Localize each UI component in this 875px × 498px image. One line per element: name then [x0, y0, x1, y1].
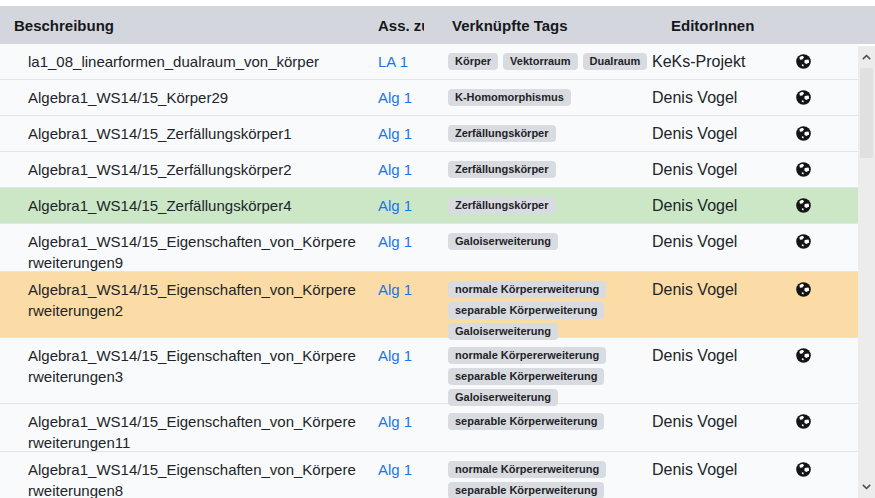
row-description: Algebra1_WS14/15_Zerfällungskörper1 — [0, 116, 366, 144]
assignment-link[interactable]: Alg 1 — [378, 161, 412, 178]
chevron-up-icon[interactable] — [858, 49, 875, 66]
column-header-beschreibung: Beschreibung — [0, 17, 366, 34]
tag-badge: Zerfällungskörper — [448, 197, 556, 214]
table-row[interactable]: Algebra1_WS14/15_Eigenschaften_von_Körpe… — [0, 404, 858, 452]
scrollbar-thumb[interactable] — [860, 68, 873, 158]
assignment-link[interactable]: Alg 1 — [378, 461, 412, 478]
tag-list: separable Körperweiterung — [448, 413, 625, 430]
icon-cell — [775, 44, 858, 75]
assignment-link[interactable]: Alg 1 — [378, 281, 412, 298]
icon-cell — [775, 80, 858, 111]
globe-icon — [795, 125, 812, 142]
tag-badge: normale Körpererweiterung — [448, 347, 606, 364]
tag-badge: Zerfällungskörper — [448, 161, 556, 178]
assignment-link[interactable]: Alg 1 — [378, 125, 412, 142]
icon-cell — [775, 152, 858, 183]
editors: Denis Vogel — [625, 452, 775, 480]
column-header-editorinnen: EditorInnen — [625, 17, 775, 34]
assignment-cell: Alg 1 — [366, 272, 424, 300]
table-row[interactable]: Algebra1_WS14/15_Zerfällungskörper2 Alg … — [0, 152, 858, 188]
table-row[interactable]: Algebra1_WS14/15_Eigenschaften_von_Körpe… — [0, 224, 858, 272]
assignment-cell: Alg 1 — [366, 452, 424, 480]
row-description: Algebra1_WS14/15_Eigenschaften_von_Körpe… — [0, 452, 366, 498]
row-description: Algebra1_WS14/15_Eigenschaften_von_Körpe… — [0, 224, 366, 273]
assignment-link[interactable]: Alg 1 — [378, 413, 412, 430]
editors: Denis Vogel — [625, 224, 775, 252]
editors: Denis Vogel — [625, 80, 775, 108]
icon-cell — [775, 404, 858, 435]
icon-cell — [775, 188, 858, 219]
assignment-link[interactable]: Alg 1 — [378, 347, 412, 364]
globe-icon — [795, 53, 812, 70]
editors: Denis Vogel — [625, 188, 775, 216]
tags-cell: Zerfällungskörper — [424, 116, 625, 142]
assignment-cell: Alg 1 — [366, 404, 424, 432]
assignment-link[interactable]: Alg 1 — [378, 89, 412, 106]
tag-badge: separable Körperweiterung — [448, 482, 604, 498]
table-row[interactable]: Algebra1_WS14/15_Eigenschaften_von_Körpe… — [0, 338, 858, 404]
assignment-cell: Alg 1 — [366, 116, 424, 144]
tag-assignment-table: Beschreibung Ass. zu Verknüpfte Tags Edi… — [0, 0, 875, 498]
row-description: Algebra1_WS14/15_Eigenschaften_von_Körpe… — [0, 404, 366, 453]
table-body: la1_08_linearformen_dualraum_von_körper … — [0, 44, 858, 498]
tags-cell: KörperVektorraumDualraum — [424, 44, 625, 70]
table-row[interactable]: la1_08_linearformen_dualraum_von_körper … — [0, 44, 858, 80]
tags-cell: Zerfällungskörper — [424, 152, 625, 178]
tag-list: Zerfällungskörper — [448, 125, 625, 142]
tag-badge: Körper — [448, 53, 498, 70]
tag-list: normale Körpererweiterungseparable Körpe… — [448, 281, 625, 340]
tag-list: KörperVektorraumDualraum — [448, 53, 625, 70]
icon-cell — [775, 272, 858, 303]
editors: Denis Vogel — [625, 152, 775, 180]
row-description: la1_08_linearformen_dualraum_von_körper — [0, 44, 366, 72]
tag-list: normale Körpererweiterungseparable Körpe… — [448, 347, 625, 406]
assignment-cell: Alg 1 — [366, 224, 424, 252]
tags-cell: Galoiserweiterung — [424, 224, 625, 250]
assignment-cell: LA 1 — [366, 44, 424, 72]
editors: Denis Vogel — [625, 338, 775, 366]
column-header-verknuepfte-tags: Verknüpfte Tags — [424, 17, 625, 34]
editors: Denis Vogel — [625, 272, 775, 300]
row-description: Algebra1_WS14/15_Zerfällungskörper4 — [0, 188, 366, 216]
globe-icon — [795, 281, 812, 298]
tag-badge: normale Körpererweiterung — [448, 461, 606, 478]
tags-cell: separable Körperweiterung — [424, 404, 625, 430]
table-row[interactable]: Algebra1_WS14/15_Zerfällungskörper1 Alg … — [0, 116, 858, 152]
tag-list: normale Körpererweiterungseparable Körpe… — [448, 461, 625, 498]
table-row[interactable]: Algebra1_WS14/15_Eigenschaften_von_Körpe… — [0, 272, 858, 338]
tag-badge: normale Körpererweiterung — [448, 281, 606, 298]
tags-cell: normale Körpererweiterungseparable Körpe… — [424, 272, 625, 340]
globe-icon — [795, 413, 812, 430]
tags-cell: normale Körpererweiterungseparable Körpe… — [424, 338, 625, 406]
vertical-scrollbar[interactable] — [858, 46, 875, 498]
tags-cell: normale Körpererweiterungseparable Körpe… — [424, 452, 625, 498]
tag-badge: Vektorraum — [503, 53, 578, 70]
table-row[interactable]: Algebra1_WS14/15_Körper29 Alg 1 K-Homomo… — [0, 80, 858, 116]
assignment-link[interactable]: Alg 1 — [378, 233, 412, 250]
assignment-cell: Alg 1 — [366, 188, 424, 216]
tag-list: Zerfällungskörper — [448, 161, 625, 178]
tags-cell: Zerfällungskörper — [424, 188, 625, 214]
tag-list: Galoiserweiterung — [448, 233, 625, 250]
tag-badge: K-Homomorphismus — [448, 89, 571, 106]
assignment-cell: Alg 1 — [366, 152, 424, 180]
row-description: Algebra1_WS14/15_Körper29 — [0, 80, 366, 108]
editors: KeKs-Projekt — [625, 44, 775, 72]
globe-icon — [795, 89, 812, 106]
icon-cell — [775, 116, 858, 147]
chevron-down-icon[interactable] — [858, 478, 875, 495]
tag-badge: Zerfällungskörper — [448, 125, 556, 142]
tags-cell: K-Homomorphismus — [424, 80, 625, 106]
globe-icon — [795, 461, 812, 478]
table-row[interactable]: Algebra1_WS14/15_Zerfällungskörper4 Alg … — [0, 188, 858, 224]
table-header: Beschreibung Ass. zu Verknüpfte Tags Edi… — [0, 6, 875, 44]
row-description: Algebra1_WS14/15_Zerfällungskörper2 — [0, 152, 366, 180]
table-row[interactable]: Algebra1_WS14/15_Eigenschaften_von_Körpe… — [0, 452, 858, 498]
assignment-link[interactable]: LA 1 — [378, 53, 408, 70]
tag-badge: separable Körperweiterung — [448, 368, 604, 385]
assignment-cell: Alg 1 — [366, 80, 424, 108]
tag-list: Zerfällungskörper — [448, 197, 625, 214]
globe-icon — [795, 197, 812, 214]
assignment-link[interactable]: Alg 1 — [378, 197, 412, 214]
globe-icon — [795, 347, 812, 364]
